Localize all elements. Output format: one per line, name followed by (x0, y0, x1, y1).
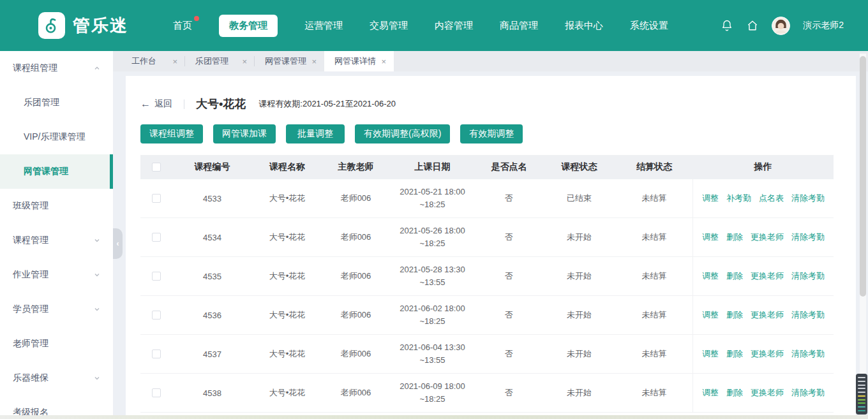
toolbar: 课程组调整 网管课加课 批量调整 有效期调整(高权限) 有效期调整 (140, 124, 856, 143)
nav-item-trade[interactable]: 交易管理 (370, 20, 408, 32)
col-header-date: 上课日期 (389, 161, 475, 173)
top-navbar: 管乐迷 首页 教务管理 运营管理 交易管理 内容管理 商品管理 报表中心 系统设… (0, 0, 868, 51)
row-checkbox[interactable] (152, 349, 161, 358)
action-change-teacher-link[interactable]: 更换老师 (751, 348, 784, 360)
close-icon[interactable]: × (172, 57, 177, 66)
action-adjust-link[interactable]: 调整 (702, 193, 719, 204)
validity-adjust-button[interactable]: 有效期调整 (460, 124, 523, 143)
tab-workbench[interactable]: 工作台 × (121, 51, 185, 71)
nav-item-operation[interactable]: 运营管理 (304, 20, 343, 32)
action-change-teacher-link[interactable]: 更换老师 (751, 232, 784, 243)
sidebar-item-class-mgmt[interactable]: 班级管理 (0, 189, 113, 223)
validity-adjust-privileged-button[interactable]: 有效期调整(高权限) (355, 124, 450, 143)
tab-bar: 工作台 × 乐团管理 × 网管课管理 × 网管课详情 × (113, 51, 868, 71)
row-checkbox[interactable] (152, 311, 161, 320)
action-delete-link[interactable]: 删除 (726, 387, 743, 399)
course-group-adjust-button[interactable]: 课程组调整 (140, 124, 203, 143)
action-delete-link[interactable]: 删除 (726, 309, 743, 321)
sidebar-item-course-group-mgmt[interactable]: 课程组管理 (0, 51, 113, 85)
action-change-teacher-link[interactable]: 更换老师 (751, 270, 784, 282)
screen-widget (856, 374, 867, 415)
action-clear-attendance-link[interactable]: 清除考勤 (791, 193, 825, 204)
tab-online-course-mgmt[interactable]: 网管课管理 × (255, 51, 324, 71)
nav-item-content[interactable]: 内容管理 (435, 20, 473, 32)
navbar-right: 演示老师2 (721, 17, 844, 35)
close-icon[interactable]: × (311, 57, 317, 66)
bell-icon[interactable] (721, 19, 733, 32)
col-header-actions: 操作 (692, 155, 834, 179)
page-title: 大号•花花 (196, 96, 246, 112)
action-delete-link[interactable]: 删除 (726, 348, 743, 360)
row-checkbox[interactable] (152, 388, 161, 397)
col-header-teacher: 主教老师 (322, 161, 389, 173)
row-checkbox[interactable] (152, 233, 161, 242)
action-clear-attendance-link[interactable]: 清除考勤 (791, 387, 825, 399)
batch-adjust-button[interactable]: 批量调整 (286, 124, 345, 143)
action-rollcall-sheet-link[interactable]: 点名表 (759, 193, 784, 204)
home-icon[interactable] (746, 19, 759, 32)
col-header-course-name: 课程名称 (252, 161, 322, 173)
action-change-teacher-link[interactable]: 更换老师 (751, 387, 784, 399)
sidebar-item-vip-theory-mgmt[interactable]: VIP/乐理课管理 (0, 120, 113, 154)
brand-icon (38, 12, 65, 39)
chevron-down-icon (94, 306, 100, 312)
action-adjust-link[interactable]: 调整 (702, 387, 719, 399)
action-adjust-link[interactable]: 调整 (702, 348, 719, 360)
action-adjust-link[interactable]: 调整 (702, 270, 719, 282)
nav-item-academic[interactable]: 教务管理 (219, 15, 278, 37)
nav-item-settings[interactable]: 系统设置 (630, 20, 668, 32)
select-all-checkbox[interactable] (152, 163, 161, 172)
action-adjust-link[interactable]: 调整 (702, 309, 719, 321)
sidebar-item-course-mgmt[interactable]: 课程管理 (0, 223, 113, 258)
user-name[interactable]: 演示老师2 (803, 20, 844, 31)
table-header-row: 课程编号 课程名称 主教老师 上课日期 是否点名 课程状态 结算状态 操作 (140, 155, 834, 179)
sidebar-collapse-handle[interactable]: ‹ (113, 228, 123, 259)
chevron-down-icon (94, 375, 100, 381)
sidebar-item-band-mgmt[interactable]: 乐团管理 (0, 85, 113, 120)
nav-item-home[interactable]: 首页 (173, 20, 192, 32)
sidebar: 课程组管理 乐团管理 VIP/乐理课管理 网管课管理 班级管理 课程管理 作业管… (0, 51, 113, 419)
table-row: 4536 大号•花花 老师006 2021-06-02 18:00~18:25 … (140, 296, 834, 335)
sidebar-item-teacher-mgmt[interactable]: 老师管理 (0, 327, 113, 361)
sidebar-item-online-course-mgmt[interactable]: 网管课管理 (0, 154, 113, 189)
action-clear-attendance-link[interactable]: 清除考勤 (791, 270, 825, 282)
chevron-down-icon (94, 237, 100, 244)
user-avatar[interactable] (772, 17, 790, 35)
nav-item-goods[interactable]: 商品管理 (500, 20, 538, 32)
tuba-icon (43, 17, 61, 34)
close-icon[interactable]: × (242, 57, 247, 66)
action-delete-link[interactable]: 删除 (726, 270, 743, 282)
col-header-rollcall: 是否点名 (475, 161, 542, 173)
sidebar-item-student-mgmt[interactable]: 学员管理 (0, 292, 113, 327)
detail-card: ← 返回 大号•花花 课程有效期:2021-05-21至2021-06-20 课… (126, 76, 856, 419)
sidebar-item-instrument-maintenance[interactable]: 乐器维保 (0, 361, 113, 395)
sidebar-item-homework-mgmt[interactable]: 作业管理 (0, 258, 113, 292)
main-nav: 首页 教务管理 运营管理 交易管理 内容管理 商品管理 报表中心 系统设置 (173, 15, 668, 37)
back-button[interactable]: ← 返回 (140, 98, 172, 110)
action-clear-attendance-link[interactable]: 清除考勤 (791, 232, 825, 243)
header-divider (184, 99, 184, 109)
row-checkbox[interactable] (152, 272, 161, 281)
brand-logo[interactable]: 管乐迷 (38, 12, 128, 39)
close-icon[interactable]: × (381, 57, 386, 66)
action-clear-attendance-link[interactable]: 清除考勤 (791, 348, 825, 360)
notification-dot (194, 16, 199, 21)
action-change-teacher-link[interactable]: 更换老师 (751, 309, 784, 321)
col-header-settlement: 结算状态 (616, 161, 692, 173)
col-header-course-id: 课程编号 (172, 161, 252, 173)
tab-band-mgmt[interactable]: 乐团管理 × (185, 51, 255, 71)
bottom-strip (0, 415, 868, 419)
table-row: 4533 大号•花花 老师006 2021-05-21 18:00~18:25 … (140, 179, 834, 218)
add-online-course-button[interactable]: 网管课加课 (213, 124, 276, 143)
table-row: 4534 大号•花花 老师006 2021-05-26 18:00~18:25 … (140, 218, 834, 257)
tab-online-course-detail[interactable]: 网管课详情 × (324, 51, 394, 71)
action-delete-link[interactable]: 删除 (726, 232, 743, 243)
action-clear-attendance-link[interactable]: 清除考勤 (791, 309, 825, 321)
nav-item-report[interactable]: 报表中心 (565, 20, 603, 32)
course-table: 课程编号 课程名称 主教老师 上课日期 是否点名 课程状态 结算状态 操作 45… (140, 155, 834, 413)
row-checkbox[interactable] (152, 194, 161, 203)
scrollbar-thumb[interactable] (860, 56, 866, 297)
action-makeup-attendance-link[interactable]: 补考勤 (726, 193, 751, 204)
chevron-up-icon (94, 65, 100, 71)
action-adjust-link[interactable]: 调整 (702, 232, 719, 243)
